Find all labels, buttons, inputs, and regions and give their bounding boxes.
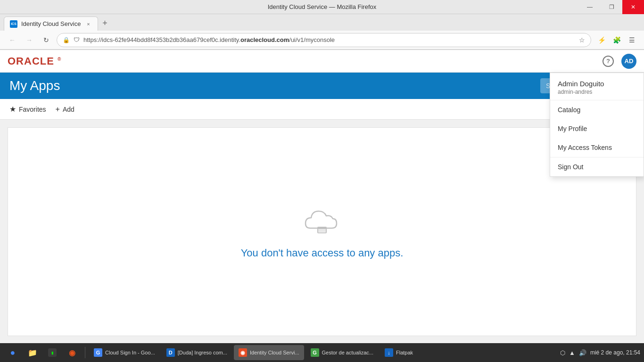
window-controls: — ❐ ✕ <box>579 0 644 14</box>
empty-state-message: You don't have access to any apps. <box>241 247 404 259</box>
tab-label: Identity Cloud Service <box>21 20 81 27</box>
add-button[interactable]: + Add <box>56 105 74 114</box>
favorites-button[interactable]: ★ Favorites <box>9 105 46 114</box>
minimize-button[interactable]: — <box>579 0 601 14</box>
dropdown-catalog-item[interactable]: Catalog <box>550 100 644 119</box>
taskbar-item-terminal[interactable]: ▮ <box>43 345 61 360</box>
url-prefix: https://idcs-62fe944bdd8f4353b2db36aa679… <box>83 36 240 43</box>
taskbar-flatpak-icon: ↓ <box>385 348 393 357</box>
taskbar-separator <box>85 347 85 358</box>
browser-menu-button[interactable]: ☰ <box>625 33 638 47</box>
wifi-icon: ▲ <box>569 349 575 356</box>
close-button[interactable]: ✕ <box>622 0 644 14</box>
taskbar-duda-label: [Duda] Ingreso com... <box>178 350 227 355</box>
window-title: Identity Cloud Service — Mozilla Firefox <box>268 3 376 10</box>
taskbar-google-cloud[interactable]: G Cloud Sign In - Goo... <box>89 345 160 360</box>
dropdown-user-handle: admin-andres <box>558 89 636 95</box>
address-bar[interactable]: 🔒 🛡 https://idcs-62fe944bdd8f4353b2db36a… <box>57 33 591 47</box>
nav-bar: ← → ↻ 🔒 🛡 https://idcs-62fe944bdd8f4353b… <box>0 31 644 49</box>
taskbar-duda[interactable]: D [Duda] Ingreso com... <box>162 345 232 360</box>
taskbar-gestor[interactable]: G Gestor de actualizac... <box>306 345 378 360</box>
taskbar-systray: ⬡ ▲ 🔊 mié 2 de ago, 21:54 <box>560 349 640 356</box>
apps-page-title: My Apps <box>9 78 60 93</box>
taskbar-flatpak-label: Flatpak <box>396 350 413 355</box>
url-display: https://idcs-62fe944bdd8f4353b2db36aa679… <box>83 36 575 43</box>
url-path: /ui/v1/myconsole <box>289 36 335 43</box>
dropdown-user-name: Admin Doguito <box>558 80 636 88</box>
tab-close-button[interactable]: × <box>84 20 92 28</box>
volume-icon: 🔊 <box>579 349 586 356</box>
taskbar-duda-icon: D <box>166 348 175 357</box>
os-titlebar: Identity Cloud Service — Mozilla Firefox… <box>0 0 644 14</box>
user-dropdown-menu: Admin Doguito admin-andres Catalog My Pr… <box>550 73 644 177</box>
taskbar-item-firefox[interactable]: ◉ <box>63 345 81 360</box>
empty-state-panel: You don't have access to any apps. <box>8 127 636 336</box>
taskbar-flatpak[interactable]: ↓ Flatpak <box>380 345 418 360</box>
restore-button[interactable]: ❐ <box>601 0 622 14</box>
taskbar-time: mié 2 de ago, 21:54 <box>590 349 640 356</box>
dropdown-header: Admin Doguito admin-andres <box>550 73 644 100</box>
taskbar-files-icon: 📁 <box>28 348 37 357</box>
taskbar-firefox-icon: ◉ <box>68 348 76 357</box>
plus-icon: + <box>56 105 60 114</box>
taskbar-google-icon: G <box>94 348 102 357</box>
taskbar-item-files[interactable]: 📁 <box>24 345 41 360</box>
tab-bar: ICS Identity Cloud Service × + <box>0 14 644 31</box>
user-avatar-button[interactable]: AD <box>621 54 636 69</box>
oracle-logo: ORACLE ® <box>8 55 61 67</box>
dropdown-sign-out-item[interactable]: Sign Out <box>550 157 644 176</box>
shield-icon: 🛡 <box>74 36 80 43</box>
new-tab-button[interactable]: + <box>98 16 111 30</box>
apps-toolbar: ★ Favorites + Add Sort Name ▾ <box>0 99 644 120</box>
taskbar-terminal-icon: ▮ <box>48 348 57 357</box>
apps-banner: My Apps <box>0 73 644 99</box>
topbar-right: ? AD <box>603 54 636 69</box>
help-button[interactable]: ? <box>603 56 614 67</box>
taskbar: ● 📁 ▮ ◉ G Cloud Sign In - Goo... D [Duda… <box>0 343 644 362</box>
pocket-button[interactable]: ⚡ <box>595 33 608 47</box>
browser-chrome: ICS Identity Cloud Service × + ← → ↻ 🔒 🛡… <box>0 14 644 50</box>
taskbar-google-label: Cloud Sign In - Goo... <box>105 350 155 355</box>
browser-nav-right: ⚡ 🧩 ☰ <box>595 33 638 47</box>
back-button[interactable]: ← <box>6 33 19 47</box>
active-tab[interactable]: ICS Identity Cloud Service × <box>4 16 98 31</box>
forward-button[interactable]: → <box>23 33 36 47</box>
taskbar-identity-label: Identity Cloud Servi... <box>250 350 299 355</box>
url-domain: oraclecloud.com <box>240 36 289 43</box>
app-area: ORACLE ® ? AD Admin Doguito admin-andres… <box>0 50 644 344</box>
taskbar-chrome-icon: ● <box>8 348 17 357</box>
taskbar-identity-icon: ◉ <box>239 348 247 357</box>
star-icon: ★ <box>9 105 16 114</box>
taskbar-gestor-label: Gestor de actualizac... <box>322 350 373 355</box>
bookmark-star-icon[interactable]: ☆ <box>579 36 585 44</box>
dropdown-my-access-tokens-item[interactable]: My Access Tokens <box>550 138 644 157</box>
taskbar-item-chrome[interactable]: ● <box>4 345 22 360</box>
taskbar-gestor-icon: G <box>311 348 319 357</box>
security-icon: 🔒 <box>63 37 70 43</box>
extensions-button[interactable]: 🧩 <box>610 33 623 47</box>
dropdown-my-profile-item[interactable]: My Profile <box>550 119 644 138</box>
cloud-icon <box>301 205 343 238</box>
oracle-topbar: ORACLE ® ? AD Admin Doguito admin-andres… <box>0 50 644 73</box>
taskbar-identity-cloud[interactable]: ◉ Identity Cloud Servi... <box>234 345 304 360</box>
refresh-button[interactable]: ↻ <box>40 33 53 47</box>
bluetooth-icon: ⬡ <box>560 349 565 356</box>
tab-favicon: ICS <box>10 20 17 28</box>
